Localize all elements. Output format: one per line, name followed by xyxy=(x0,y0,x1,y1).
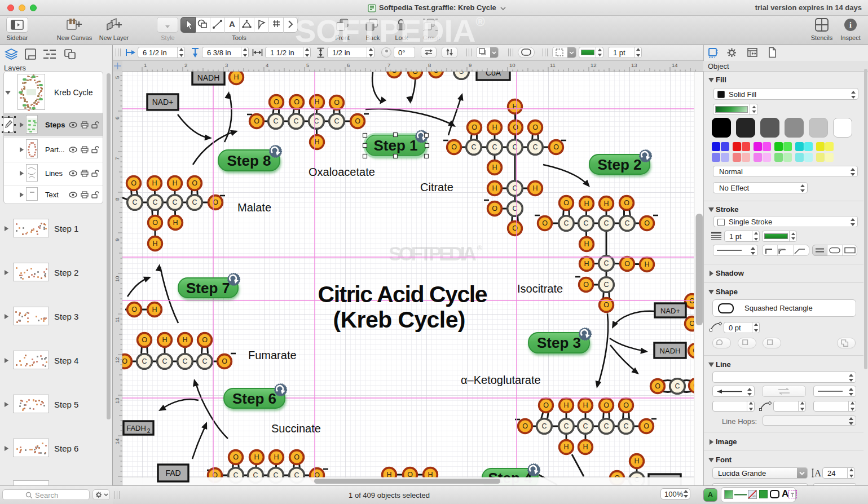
svg-text:C: C xyxy=(152,198,157,206)
svg-text:O: O xyxy=(655,382,660,390)
svg-text:O: O xyxy=(122,357,127,365)
svg-text:α–Ketoglutarate: α–Ketoglutarate xyxy=(461,374,541,386)
svg-text:H: H xyxy=(162,336,167,344)
svg-text:O: O xyxy=(131,306,137,313)
svg-text:H: H xyxy=(584,200,589,207)
svg-text:10: 10 xyxy=(509,62,515,68)
svg-text:O: O xyxy=(543,401,549,409)
svg-text:C: C xyxy=(532,143,537,151)
svg-text:H: H xyxy=(182,336,187,344)
svg-text:O: O xyxy=(274,98,279,106)
svg-text:H: H xyxy=(254,453,259,461)
svg-text:Step 8: Step 8 xyxy=(227,152,271,169)
svg-text:FAD: FAD xyxy=(165,468,180,478)
svg-text:O: O xyxy=(355,117,360,125)
svg-text:C: C xyxy=(182,357,187,365)
svg-text:C: C xyxy=(172,198,177,206)
svg-text:C: C xyxy=(603,259,609,267)
svg-text:2: 2 xyxy=(147,428,151,434)
svg-text:C: C xyxy=(563,422,569,430)
svg-text:H: H xyxy=(532,184,537,192)
svg-text:O: O xyxy=(334,99,340,107)
svg-text:H: H xyxy=(603,200,609,207)
svg-text:13: 13 xyxy=(114,397,120,404)
svg-text:H: H xyxy=(172,179,177,187)
svg-text:11: 11 xyxy=(550,62,556,68)
svg-text:6: 6 xyxy=(114,117,120,120)
svg-text:O: O xyxy=(192,179,197,187)
svg-text:C: C xyxy=(603,219,609,227)
svg-text:H: H xyxy=(492,184,497,192)
svg-text:C: C xyxy=(603,422,609,430)
svg-text:O: O xyxy=(492,205,497,213)
svg-text:Citrate: Citrate xyxy=(420,181,453,193)
svg-text:H: H xyxy=(492,163,497,171)
svg-text:11: 11 xyxy=(114,317,120,322)
svg-text:Step 7: Step 7 xyxy=(186,280,230,297)
svg-text:O: O xyxy=(522,422,528,430)
svg-text:A: A xyxy=(229,19,235,29)
svg-text:C: C xyxy=(132,198,137,206)
svg-text:6: 6 xyxy=(347,62,350,68)
svg-text:C: C xyxy=(273,117,278,125)
svg-text:Step 1: Step 1 xyxy=(373,137,417,154)
svg-text:Fumarate: Fumarate xyxy=(248,349,297,361)
svg-text:14: 14 xyxy=(114,438,120,444)
svg-text:Citric Acid Cycle: Citric Acid Cycle xyxy=(318,281,488,307)
svg-text:5: 5 xyxy=(306,62,309,68)
svg-text:4: 4 xyxy=(266,62,268,68)
svg-text:(Kreb Cycle): (Kreb Cycle) xyxy=(333,307,466,333)
svg-text:O: O xyxy=(222,357,227,365)
svg-text:7: 7 xyxy=(114,157,120,160)
svg-text:O: O xyxy=(294,453,299,461)
svg-text:H: H xyxy=(563,401,569,409)
svg-text:5: 5 xyxy=(114,76,120,79)
svg-text:A: A xyxy=(814,468,822,478)
svg-text:NADH: NADH xyxy=(660,347,681,355)
svg-text:Oxaloacetate: Oxaloacetate xyxy=(309,166,375,178)
svg-text:O: O xyxy=(472,123,477,131)
svg-text:O: O xyxy=(563,199,569,207)
svg-text:14: 14 xyxy=(672,62,678,68)
svg-text:C: C xyxy=(192,198,197,206)
svg-text:NAD+: NAD+ xyxy=(660,307,680,315)
svg-text:H: H xyxy=(314,138,319,146)
svg-text:9: 9 xyxy=(114,238,120,241)
svg-text:3: 3 xyxy=(225,62,228,68)
svg-text:O: O xyxy=(644,422,649,430)
svg-text:Isocitrate: Isocitrate xyxy=(517,282,563,295)
svg-text:C: C xyxy=(563,219,569,227)
svg-text:Succinate: Succinate xyxy=(271,422,321,435)
svg-text:13: 13 xyxy=(631,62,637,68)
svg-text:O: O xyxy=(553,143,559,151)
svg-text:O: O xyxy=(624,260,630,268)
svg-text:O: O xyxy=(142,336,147,344)
svg-text:C: C xyxy=(623,422,628,430)
svg-text:H: H xyxy=(563,443,569,451)
svg-text:C: C xyxy=(583,422,588,430)
svg-text:O: O xyxy=(644,219,650,227)
svg-text:C: C xyxy=(675,382,680,390)
svg-text:Step 6: Step 6 xyxy=(232,390,276,407)
svg-text:Malate: Malate xyxy=(237,201,271,214)
svg-text:C: C xyxy=(583,219,588,227)
svg-text:C: C xyxy=(142,357,147,365)
svg-text:H: H xyxy=(274,453,279,461)
svg-text:H: H xyxy=(584,240,589,248)
svg-text:C: C xyxy=(492,143,497,151)
svg-text:NADH: NADH xyxy=(197,73,220,82)
svg-text:O: O xyxy=(513,123,518,131)
svg-text:7: 7 xyxy=(387,62,390,68)
svg-text:Step 3: Step 3 xyxy=(537,334,581,351)
svg-text:O: O xyxy=(532,123,538,131)
svg-text:H: H xyxy=(583,401,588,409)
svg-text:C: C xyxy=(624,219,629,227)
svg-text:10: 10 xyxy=(114,276,120,282)
svg-text:O: O xyxy=(202,336,208,344)
svg-text:O: O xyxy=(152,219,158,227)
svg-text:O: O xyxy=(603,401,609,409)
svg-text:H: H xyxy=(233,73,239,81)
svg-text:H: H xyxy=(644,260,649,268)
svg-text:H: H xyxy=(314,98,319,106)
svg-text:Step 2: Step 2 xyxy=(597,156,641,173)
